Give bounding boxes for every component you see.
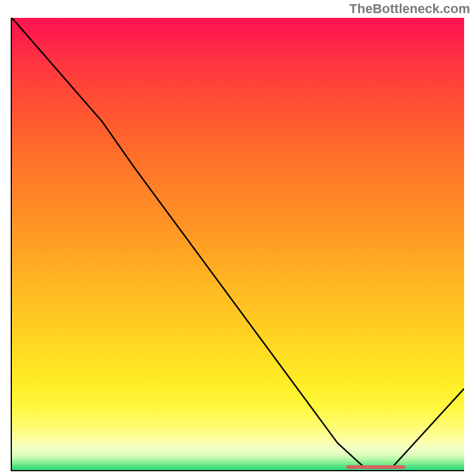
x-axis xyxy=(11,470,464,471)
curve-svg xyxy=(12,18,464,470)
chart-container: TheBottleneck.com xyxy=(0,0,476,476)
optimal-marker xyxy=(346,465,405,469)
bottleneck-curve xyxy=(12,18,464,468)
watermark-text: TheBottleneck.com xyxy=(349,1,470,17)
plot-area xyxy=(12,18,464,470)
